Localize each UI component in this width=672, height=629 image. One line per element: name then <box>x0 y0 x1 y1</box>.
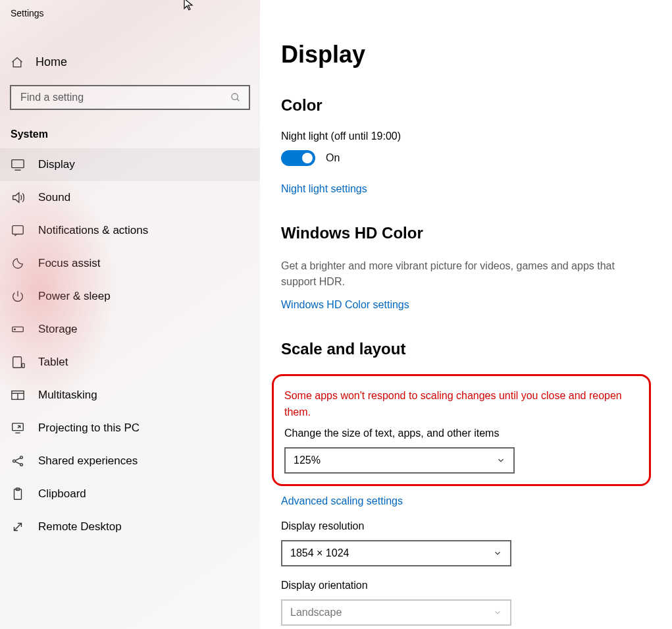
search-input[interactable] <box>11 86 249 109</box>
home-nav[interactable]: Home <box>0 45 260 81</box>
tablet-icon <box>11 355 25 369</box>
svg-point-0 <box>232 94 238 99</box>
section-title: System <box>0 110 260 148</box>
svg-point-13 <box>13 460 16 462</box>
heading-scale: Scale and layout <box>281 340 652 358</box>
svg-rect-12 <box>13 424 24 431</box>
resolution-label: Display resolution <box>281 520 652 532</box>
sidebar-item-notifications[interactable]: Notifications & actions <box>0 214 260 247</box>
night-light-settings-link[interactable]: Night light settings <box>281 183 367 195</box>
svg-rect-4 <box>13 226 24 234</box>
search-box[interactable] <box>10 85 250 110</box>
sidebar-item-label: Storage <box>38 323 78 336</box>
night-light-label: Night light (off until 19:00) <box>281 130 652 142</box>
svg-rect-8 <box>22 364 24 368</box>
scale-warning: Some apps won't respond to scaling chang… <box>284 388 638 421</box>
sidebar-item-projecting[interactable]: Projecting to this PC <box>0 412 260 445</box>
svg-line-1 <box>237 99 239 101</box>
sidebar-item-power[interactable]: Power & sleep <box>0 280 260 313</box>
sidebar-item-label: Display <box>38 158 75 171</box>
svg-rect-2 <box>12 160 24 168</box>
sidebar-item-multitasking[interactable]: Multitasking <box>0 379 260 412</box>
scale-dropdown[interactable]: 125% <box>284 447 515 474</box>
home-icon <box>11 56 24 69</box>
hdcolor-settings-link[interactable]: Windows HD Color settings <box>281 299 409 311</box>
sidebar-item-label: Power & sleep <box>38 290 111 303</box>
sidebar-item-label: Notifications & actions <box>38 224 148 237</box>
heading-color: Color <box>281 96 652 115</box>
multitasking-icon <box>11 388 25 402</box>
svg-point-14 <box>20 456 23 459</box>
sidebar-item-focus[interactable]: Focus assist <box>0 247 260 280</box>
storage-icon <box>11 322 25 337</box>
svg-rect-7 <box>13 357 22 368</box>
page-title: Display <box>281 41 652 68</box>
heading-hdcolor: Windows HD Color <box>281 224 652 242</box>
scale-highlight-box: Some apps won't respond to scaling chang… <box>272 374 651 486</box>
svg-point-15 <box>20 464 23 466</box>
sidebar-item-remote[interactable]: Remote Desktop <box>0 510 260 543</box>
change-size-label: Change the size of text, apps, and other… <box>284 427 638 439</box>
chevron-down-icon <box>496 456 505 465</box>
sidebar-item-label: Tablet <box>38 356 68 369</box>
sidebar-item-label: Focus assist <box>38 257 100 270</box>
hdcolor-desc: Get a brighter and more vibrant picture … <box>281 258 650 290</box>
focus-icon <box>11 256 25 271</box>
sidebar-item-label: Clipboard <box>38 487 86 501</box>
sidebar-item-label: Remote Desktop <box>38 520 122 533</box>
sidebar-item-tablet[interactable]: Tablet <box>0 346 260 379</box>
display-icon <box>11 157 25 172</box>
search-icon <box>230 92 241 103</box>
orientation-dropdown: Landscape <box>281 599 511 626</box>
night-light-toggle[interactable] <box>281 150 315 166</box>
sidebar-item-label: Sound <box>38 191 70 204</box>
orientation-label: Display orientation <box>281 580 652 591</box>
svg-line-20 <box>14 524 22 531</box>
power-icon <box>11 289 25 304</box>
sidebar-item-label: Projecting to this PC <box>38 422 140 435</box>
remote-icon <box>11 520 25 534</box>
svg-line-17 <box>15 462 20 464</box>
resolution-value: 1854 × 1024 <box>290 547 349 559</box>
svg-line-16 <box>15 458 20 460</box>
home-label: Home <box>36 55 67 69</box>
app-title: Settings <box>0 0 260 25</box>
notifications-icon <box>11 223 25 238</box>
sidebar-item-label: Shared experiences <box>38 454 138 468</box>
advanced-scaling-link[interactable]: Advanced scaling settings <box>281 495 403 507</box>
resolution-dropdown[interactable]: 1854 × 1024 <box>281 540 511 566</box>
sidebar-item-label: Multitasking <box>38 389 97 402</box>
sidebar-item-sound[interactable]: Sound <box>0 181 260 214</box>
scale-value: 125% <box>294 454 321 466</box>
night-light-toggle-text: On <box>326 152 340 164</box>
sidebar-item-storage[interactable]: Storage <box>0 313 260 346</box>
projecting-icon <box>11 421 25 435</box>
sound-icon <box>11 190 25 205</box>
svg-point-6 <box>14 329 16 330</box>
chevron-down-icon <box>493 608 502 617</box>
clipboard-icon <box>11 487 25 501</box>
chevron-down-icon <box>493 549 502 558</box>
sidebar-item-clipboard[interactable]: Clipboard <box>0 478 260 510</box>
shared-icon <box>11 454 25 468</box>
sidebar-item-display[interactable]: Display <box>0 148 260 181</box>
sidebar-item-shared[interactable]: Shared experiences <box>0 445 260 478</box>
orientation-value: Landscape <box>290 607 342 618</box>
